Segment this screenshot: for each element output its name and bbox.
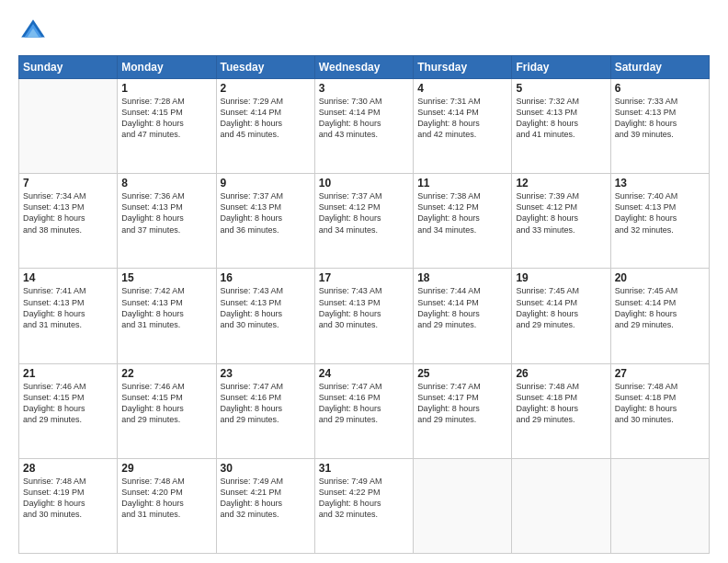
day-info: Sunrise: 7:31 AM Sunset: 4:14 PM Dayligh… [417, 96, 507, 141]
logo [18, 17, 51, 46]
day-info: Sunrise: 7:33 AM Sunset: 4:13 PM Dayligh… [615, 96, 705, 141]
calendar: SundayMondayTuesdayWednesdayThursdayFrid… [18, 55, 710, 554]
day-number: 18 [417, 271, 507, 284]
day-number: 16 [221, 271, 311, 284]
calendar-week-4: 21Sunrise: 7:46 AM Sunset: 4:15 PM Dayli… [19, 363, 710, 458]
day-header-tuesday: Tuesday [216, 56, 314, 79]
calendar-cell: 16Sunrise: 7:43 AM Sunset: 4:13 PM Dayli… [216, 269, 314, 363]
day-info: Sunrise: 7:38 AM Sunset: 4:12 PM Dayligh… [417, 190, 507, 236]
day-number: 1 [121, 82, 211, 95]
calendar-cell: 22Sunrise: 7:46 AM Sunset: 4:15 PM Dayli… [118, 363, 216, 458]
day-info: Sunrise: 7:40 AM Sunset: 4:13 PM Dayligh… [615, 190, 705, 236]
day-info: Sunrise: 7:37 AM Sunset: 4:13 PM Dayligh… [221, 190, 311, 236]
day-number: 23 [221, 367, 311, 380]
calendar-cell: 11Sunrise: 7:38 AM Sunset: 4:12 PM Dayli… [414, 174, 512, 269]
day-number: 13 [615, 177, 705, 190]
day-info: Sunrise: 7:49 AM Sunset: 4:22 PM Dayligh… [319, 476, 409, 521]
header [18, 17, 710, 46]
calendar-cell: 24Sunrise: 7:47 AM Sunset: 4:16 PM Dayli… [314, 363, 413, 458]
calendar-week-5: 28Sunrise: 7:48 AM Sunset: 4:19 PM Dayli… [19, 458, 710, 553]
calendar-cell [512, 458, 610, 553]
calendar-cell: 1Sunrise: 7:28 AM Sunset: 4:15 PM Daylig… [118, 79, 216, 174]
day-info: Sunrise: 7:28 AM Sunset: 4:15 PM Dayligh… [121, 96, 211, 141]
calendar-cell: 19Sunrise: 7:45 AM Sunset: 4:14 PM Dayli… [512, 269, 610, 363]
day-info: Sunrise: 7:39 AM Sunset: 4:12 PM Dayligh… [516, 190, 606, 236]
calendar-cell: 5Sunrise: 7:32 AM Sunset: 4:13 PM Daylig… [512, 79, 610, 174]
day-info: Sunrise: 7:41 AM Sunset: 4:13 PM Dayligh… [23, 285, 113, 330]
day-number: 20 [615, 271, 705, 284]
day-number: 22 [121, 367, 211, 380]
calendar-cell [610, 458, 709, 553]
calendar-cell: 14Sunrise: 7:41 AM Sunset: 4:13 PM Dayli… [19, 269, 118, 363]
day-info: Sunrise: 7:48 AM Sunset: 4:18 PM Dayligh… [615, 381, 705, 426]
day-info: Sunrise: 7:46 AM Sunset: 4:15 PM Dayligh… [121, 381, 211, 426]
calendar-cell: 12Sunrise: 7:39 AM Sunset: 4:12 PM Dayli… [512, 174, 610, 269]
calendar-cell: 7Sunrise: 7:34 AM Sunset: 4:13 PM Daylig… [19, 174, 118, 269]
calendar-cell: 4Sunrise: 7:31 AM Sunset: 4:14 PM Daylig… [414, 79, 512, 174]
calendar-cell: 2Sunrise: 7:29 AM Sunset: 4:14 PM Daylig… [216, 79, 314, 174]
calendar-cell: 21Sunrise: 7:46 AM Sunset: 4:15 PM Dayli… [19, 363, 118, 458]
calendar-cell: 28Sunrise: 7:48 AM Sunset: 4:19 PM Dayli… [19, 458, 118, 553]
calendar-cell: 13Sunrise: 7:40 AM Sunset: 4:13 PM Dayli… [610, 174, 709, 269]
day-info: Sunrise: 7:45 AM Sunset: 4:14 PM Dayligh… [615, 285, 705, 330]
calendar-cell: 10Sunrise: 7:37 AM Sunset: 4:12 PM Dayli… [314, 174, 413, 269]
calendar-week-1: 1Sunrise: 7:28 AM Sunset: 4:15 PM Daylig… [19, 79, 710, 174]
day-number: 17 [319, 271, 409, 284]
calendar-cell: 30Sunrise: 7:49 AM Sunset: 4:21 PM Dayli… [216, 458, 314, 553]
logo-icon [18, 17, 48, 46]
day-number: 14 [23, 271, 113, 284]
calendar-cell: 3Sunrise: 7:30 AM Sunset: 4:14 PM Daylig… [314, 79, 413, 174]
calendar-cell: 29Sunrise: 7:48 AM Sunset: 4:20 PM Dayli… [118, 458, 216, 553]
calendar-cell [19, 79, 118, 174]
calendar-week-3: 14Sunrise: 7:41 AM Sunset: 4:13 PM Dayli… [19, 269, 710, 363]
day-number: 7 [23, 177, 113, 190]
calendar-header-row: SundayMondayTuesdayWednesdayThursdayFrid… [19, 56, 710, 79]
calendar-cell: 31Sunrise: 7:49 AM Sunset: 4:22 PM Dayli… [314, 458, 413, 553]
day-info: Sunrise: 7:47 AM Sunset: 4:17 PM Dayligh… [417, 381, 507, 426]
calendar-cell: 18Sunrise: 7:44 AM Sunset: 4:14 PM Dayli… [414, 269, 512, 363]
day-number: 11 [417, 177, 507, 190]
day-header-wednesday: Wednesday [314, 56, 413, 79]
day-number: 25 [417, 367, 507, 380]
day-number: 12 [516, 177, 606, 190]
day-info: Sunrise: 7:30 AM Sunset: 4:14 PM Dayligh… [319, 96, 409, 141]
day-info: Sunrise: 7:42 AM Sunset: 4:13 PM Dayligh… [121, 285, 211, 330]
calendar-cell [414, 458, 512, 553]
day-info: Sunrise: 7:45 AM Sunset: 4:14 PM Dayligh… [516, 285, 606, 330]
day-info: Sunrise: 7:44 AM Sunset: 4:14 PM Dayligh… [417, 285, 507, 330]
day-number: 21 [23, 367, 113, 380]
day-info: Sunrise: 7:32 AM Sunset: 4:13 PM Dayligh… [516, 96, 606, 141]
day-number: 6 [615, 82, 705, 95]
day-info: Sunrise: 7:34 AM Sunset: 4:13 PM Dayligh… [23, 190, 113, 236]
calendar-cell: 8Sunrise: 7:36 AM Sunset: 4:13 PM Daylig… [118, 174, 216, 269]
calendar-cell: 25Sunrise: 7:47 AM Sunset: 4:17 PM Dayli… [414, 363, 512, 458]
day-number: 27 [615, 367, 705, 380]
day-info: Sunrise: 7:37 AM Sunset: 4:12 PM Dayligh… [319, 190, 409, 236]
day-number: 10 [319, 177, 409, 190]
day-number: 29 [121, 462, 211, 475]
day-header-monday: Monday [118, 56, 216, 79]
day-header-friday: Friday [512, 56, 610, 79]
day-header-thursday: Thursday [414, 56, 512, 79]
day-number: 26 [516, 367, 606, 380]
calendar-week-2: 7Sunrise: 7:34 AM Sunset: 4:13 PM Daylig… [19, 174, 710, 269]
calendar-cell: 15Sunrise: 7:42 AM Sunset: 4:13 PM Dayli… [118, 269, 216, 363]
day-header-saturday: Saturday [610, 56, 709, 79]
page: SundayMondayTuesdayWednesdayThursdayFrid… [0, 0, 728, 563]
day-info: Sunrise: 7:48 AM Sunset: 4:20 PM Dayligh… [121, 476, 211, 521]
day-number: 19 [516, 271, 606, 284]
calendar-cell: 9Sunrise: 7:37 AM Sunset: 4:13 PM Daylig… [216, 174, 314, 269]
day-number: 4 [417, 82, 507, 95]
day-number: 8 [121, 177, 211, 190]
day-info: Sunrise: 7:43 AM Sunset: 4:13 PM Dayligh… [319, 285, 409, 330]
day-number: 15 [121, 271, 211, 284]
calendar-cell: 17Sunrise: 7:43 AM Sunset: 4:13 PM Dayli… [314, 269, 413, 363]
day-info: Sunrise: 7:48 AM Sunset: 4:19 PM Dayligh… [23, 476, 113, 521]
day-number: 24 [319, 367, 409, 380]
day-info: Sunrise: 7:47 AM Sunset: 4:16 PM Dayligh… [221, 381, 311, 426]
day-info: Sunrise: 7:36 AM Sunset: 4:13 PM Dayligh… [121, 190, 211, 236]
day-number: 28 [23, 462, 113, 475]
calendar-cell: 6Sunrise: 7:33 AM Sunset: 4:13 PM Daylig… [610, 79, 709, 174]
day-number: 9 [221, 177, 311, 190]
day-info: Sunrise: 7:43 AM Sunset: 4:13 PM Dayligh… [221, 285, 311, 330]
